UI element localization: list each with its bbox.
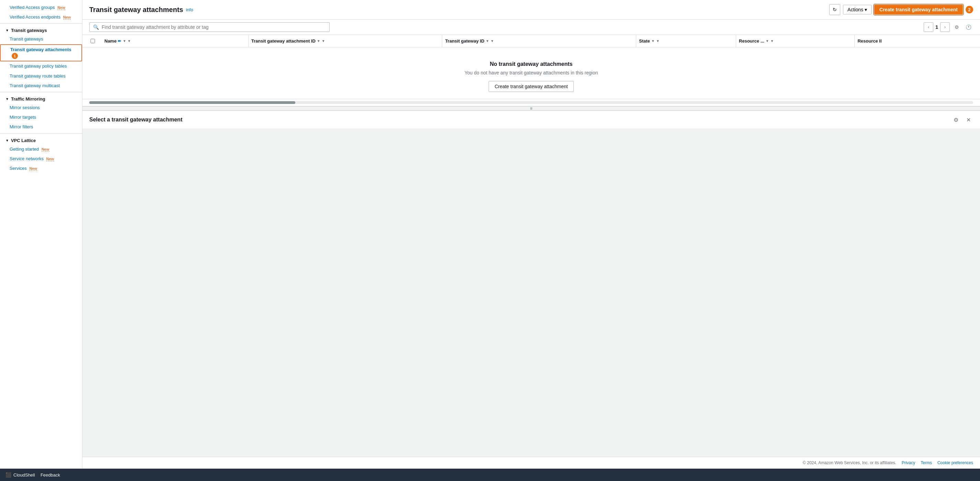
sidebar-item-verified-access-groups[interactable]: Verified Access groups New xyxy=(0,3,82,12)
filter-resource-icon[interactable]: ▼ xyxy=(770,39,774,43)
sidebar-section-mirroring-header[interactable]: ▼ Traffic Mirroring xyxy=(0,94,82,103)
sidebar-item-mirror-sessions[interactable]: Mirror sessions xyxy=(0,103,82,113)
filter-attach-id-icon[interactable]: ▼ xyxy=(322,39,325,43)
sidebar-section-mirroring: ▼ Traffic Mirroring Mirror sessions Mirr… xyxy=(0,94,82,132)
bottom-panel-close-button[interactable]: ✕ xyxy=(964,115,973,125)
sidebar-item-transit-gateways[interactable]: Transit gateways xyxy=(0,34,82,44)
bottom-panel-header: Select a transit gateway attachment ⚙ ✕ xyxy=(83,111,980,129)
feedback-label: Feedback xyxy=(41,472,60,478)
sidebar-item-transit-route-tables[interactable]: Transit gateway route tables xyxy=(0,71,82,81)
sort-resource-icon[interactable]: ▼ xyxy=(766,39,769,43)
cloudshell-item[interactable]: ⬛ CloudShell xyxy=(5,472,35,478)
filter-name-icon[interactable]: ▼ xyxy=(127,39,131,43)
footer-bar: © 2024, Amazon Web Services, Inc. or its… xyxy=(83,457,980,469)
table-col-name: Name ✏ ▼ ▼ xyxy=(102,35,248,47)
sidebar-section-vpc-lattice: ▼ VPC Lattice Getting started New Servic… xyxy=(0,135,82,174)
search-input[interactable] xyxy=(102,24,326,30)
sidebar-item-transit-policy-tables[interactable]: Transit gateway policy tables xyxy=(0,62,82,71)
sidebar-item-mirror-targets[interactable]: Mirror targets xyxy=(0,113,82,122)
empty-state-title: No transit gateway attachments xyxy=(89,61,973,67)
sort-attach-id-icon[interactable]: ▼ xyxy=(317,39,320,43)
sidebar-item-getting-started[interactable]: Getting started New xyxy=(0,144,82,154)
bottom-panel-title: Select a transit gateway attachment xyxy=(89,117,182,123)
filter-tg-id-icon[interactable]: ▼ xyxy=(490,39,494,43)
cookie-preferences-link[interactable]: Cookie preferences xyxy=(937,460,973,465)
edit-column-icon[interactable]: ✏ xyxy=(118,39,121,44)
terminal-icon: ⬛ xyxy=(5,472,11,478)
scroll-track xyxy=(89,101,973,104)
scroll-indicator xyxy=(83,99,980,106)
sort-name-icon[interactable]: ▼ xyxy=(123,39,126,43)
pagination-prev-button[interactable]: ‹ xyxy=(924,22,933,32)
search-input-wrapper: 🔍 xyxy=(89,22,329,32)
drag-handle-icon: ≡ xyxy=(530,106,532,111)
sidebar-item-transit-multicast[interactable]: Transit gateway multicast xyxy=(0,81,82,90)
col-resource-id-label: Resource II xyxy=(858,38,881,44)
search-bar-area: 🔍 ‹ 1 › ⚙ 🕐 xyxy=(83,19,980,35)
col-state-label: State xyxy=(639,38,650,44)
badge-verified-access-endpoints: New xyxy=(63,15,71,19)
filter-state-icon[interactable]: ▼ xyxy=(656,39,660,43)
scroll-thumb[interactable] xyxy=(89,101,295,104)
bottom-panel: Select a transit gateway attachment ⚙ ✕ xyxy=(83,111,980,457)
divider-3 xyxy=(0,133,82,134)
table-col-tg-id: Transit gateway ID ▼ ▼ xyxy=(442,35,636,47)
badge-service-networks: New xyxy=(46,157,54,161)
page-title: Transit gateway attachments xyxy=(89,6,183,14)
chevron-down-icon-mirroring: ▼ xyxy=(5,97,9,101)
annotation-2: 2 xyxy=(966,6,973,13)
sidebar-item-service-networks[interactable]: Service networks New xyxy=(0,154,82,164)
clock-icon: 🕐 xyxy=(966,24,971,30)
page-title-area: Transit gateway attachments info xyxy=(89,6,193,14)
copyright-text: © 2024, Amazon Web Services, Inc. or its… xyxy=(803,460,896,465)
sidebar: Verified Access groups New Verified Acce… xyxy=(0,0,83,469)
chevron-down-icon-vpc: ▼ xyxy=(5,139,9,142)
pagination-next-button[interactable]: › xyxy=(940,22,950,32)
divider-2 xyxy=(0,92,82,92)
history-button[interactable]: 🕐 xyxy=(964,22,973,32)
table-col-resource-id: Resource II xyxy=(855,35,973,47)
table-container: Name ✏ ▼ ▼ Transit gateway attachment ID… xyxy=(83,35,980,99)
privacy-link[interactable]: Privacy xyxy=(902,460,915,465)
table-header-row: Name ✏ ▼ ▼ Transit gateway attachment ID… xyxy=(83,35,980,48)
col-attach-id-label: Transit gateway attachment ID xyxy=(251,38,315,44)
page-header: Transit gateway attachments info ↻ Actio… xyxy=(83,0,980,19)
create-transit-gateway-attachment-button[interactable]: Create transit gateway attachment xyxy=(874,5,963,14)
pagination-number: 1 xyxy=(935,24,938,30)
col-resource-label: Resource ... xyxy=(739,38,764,44)
bottom-panel-actions: ⚙ ✕ xyxy=(951,115,973,125)
bottom-panel-drag-handle[interactable]: ≡ xyxy=(83,106,980,111)
search-icon: 🔍 xyxy=(93,24,99,30)
select-all-checkbox[interactable] xyxy=(89,39,96,43)
gear-icon: ⚙ xyxy=(955,24,959,30)
sidebar-item-transit-attachments-label: Transit gateway attachments xyxy=(10,47,72,52)
table-col-state: State ▼ ▼ xyxy=(636,35,736,47)
sidebar-section-verified-access: Verified Access groups New Verified Acce… xyxy=(0,3,82,22)
annotation-1-badge: 1 xyxy=(12,53,18,59)
refresh-icon: ↻ xyxy=(833,7,837,12)
refresh-button[interactable]: ↻ xyxy=(829,4,840,15)
vpc-lattice-section-label: VPC Lattice xyxy=(11,138,36,143)
table-settings-button[interactable]: ⚙ xyxy=(952,22,961,32)
table-col-attachment-id: Transit gateway attachment ID ▼ ▼ xyxy=(248,35,442,47)
sidebar-section-transit-header[interactable]: ▼ Transit gateways xyxy=(0,25,82,34)
actions-button[interactable]: Actions ▾ xyxy=(843,5,872,14)
sidebar-item-transit-gateway-attachments[interactable]: Transit gateway attachments 1 xyxy=(0,44,82,62)
sidebar-item-mirror-filters[interactable]: Mirror filters xyxy=(0,122,82,132)
sidebar-section-vpc-lattice-header[interactable]: ▼ VPC Lattice xyxy=(0,135,82,144)
sort-state-icon[interactable]: ▼ xyxy=(651,39,655,43)
terms-link[interactable]: Terms xyxy=(921,460,932,465)
sidebar-item-services[interactable]: Services New xyxy=(0,164,82,173)
empty-state-desc: You do not have any transit gateway atta… xyxy=(89,70,973,76)
bottom-panel-settings-button[interactable]: ⚙ xyxy=(951,115,961,125)
empty-state-create-button[interactable]: Create transit gateway attachment xyxy=(488,81,573,92)
sidebar-item-verified-access-endpoints[interactable]: Verified Access endpoints New xyxy=(0,12,82,22)
pagination-area: ‹ 1 › ⚙ 🕐 xyxy=(924,22,973,32)
sort-tg-id-icon[interactable]: ▼ xyxy=(486,39,489,43)
header-actions: ↻ Actions ▾ Create transit gateway attac… xyxy=(829,4,973,15)
actions-label: Actions xyxy=(848,7,863,12)
bottom-toolbar: ⬛ CloudShell Feedback xyxy=(0,469,980,481)
feedback-item[interactable]: Feedback xyxy=(41,472,60,478)
gear-icon-panel: ⚙ xyxy=(954,117,958,123)
info-link[interactable]: info xyxy=(186,7,193,12)
